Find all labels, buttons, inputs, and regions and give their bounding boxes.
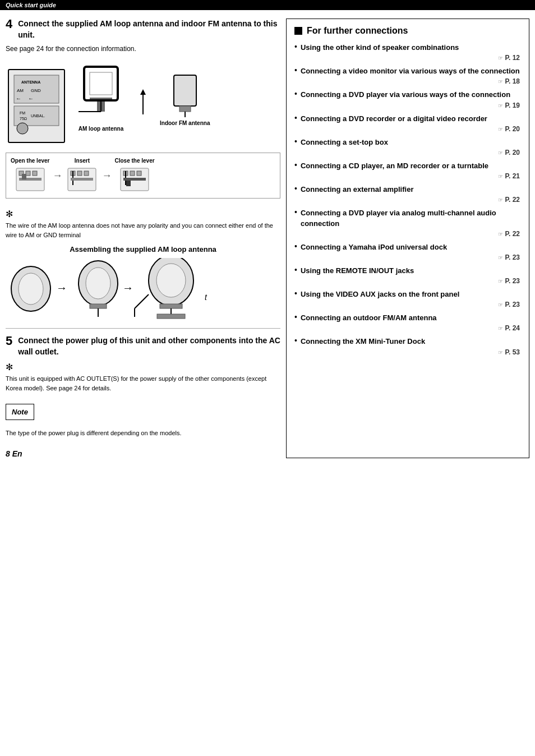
svg-rect-15: [90, 72, 112, 95]
page-ref[interactable]: ☞ P. 53: [294, 348, 521, 356]
page-ref[interactable]: ☞ P. 23: [294, 253, 521, 261]
connection-item-bullet: •Connecting a CD player, an MD recorder …: [294, 161, 521, 171]
assembling-title: Assembling the supplied AM loop antenna: [6, 245, 280, 253]
page-ref[interactable]: ☞ P. 19: [294, 102, 521, 109]
arrow-2: →: [102, 170, 112, 182]
svg-rect-26: [33, 171, 37, 176]
connection-item[interactable]: •Using the VIDEO AUX jacks on the front …: [294, 289, 521, 308]
svg-rect-47: [90, 304, 107, 308]
connection-item-text: Connecting a DVD recorder or a digital v…: [301, 114, 521, 124]
connection-item-text: Connecting a DVD player via various ways…: [301, 90, 521, 100]
bullet-icon: •: [294, 184, 297, 193]
bullet-icon: •: [294, 312, 297, 321]
connection-item[interactable]: •Connecting a Yamaha iPod universal dock…: [294, 242, 521, 261]
section-4-title: Connect the supplied AM loop antenna and…: [18, 19, 280, 40]
bullet-icon: •: [294, 336, 297, 345]
bullet-icon: •: [294, 289, 297, 298]
lever-step-close: Close the lever: [114, 158, 154, 193]
section-5-number: 5: [6, 334, 12, 348]
svg-point-11: [17, 123, 28, 134]
connection-item[interactable]: •Using the REMOTE IN/OUT jacks☞ P. 23: [294, 266, 521, 285]
page-ref[interactable]: ☞ P. 20: [294, 149, 521, 156]
connection-item-text: Connecting a set-top box: [301, 137, 521, 147]
connection-item[interactable]: •Connecting a video monitor via various …: [294, 66, 521, 85]
connection-item[interactable]: •Connecting a DVD player via analog mult…: [294, 208, 521, 237]
page-ref-icon: ☞: [498, 349, 503, 356]
connection-items-list: •Using the other kind of speaker combina…: [294, 43, 521, 356]
connection-item-text: Connecting a DVD player via analog multi…: [301, 208, 521, 228]
connection-item-text: Connecting a video monitor via various w…: [301, 66, 521, 76]
page-ref[interactable]: ☞ P. 20: [294, 125, 521, 133]
svg-rect-41: [126, 181, 131, 186]
page-ref[interactable]: ☞ P. 24: [294, 324, 521, 332]
bullet-icon: •: [294, 66, 297, 75]
note-box-label: Note: [12, 408, 28, 416]
svg-rect-52: [160, 304, 182, 308]
svg-rect-14: [84, 67, 118, 100]
svg-point-46: [86, 268, 110, 299]
page-ref[interactable]: ☞ P. 22: [294, 230, 521, 238]
svg-text:←: ←: [28, 95, 34, 102]
page-ref[interactable]: ☞ P. 23: [294, 277, 521, 285]
connection-item-text: Connecting the XM Mini-Tuner Dock: [301, 336, 521, 347]
svg-point-43: [19, 273, 43, 305]
page-ref[interactable]: ☞ P. 23: [294, 301, 521, 308]
bullet-icon: •: [294, 265, 297, 274]
svg-rect-25: [26, 171, 30, 176]
connection-item[interactable]: •Connecting a CD player, an MD recorder …: [294, 161, 521, 180]
page-ref[interactable]: ☞ P. 22: [294, 196, 521, 204]
section-5-header: 5 Connect the power plug of this unit an…: [6, 335, 280, 357]
section5-note-body: The type of the power plug is different …: [6, 428, 280, 438]
page-ref[interactable]: ☞ P. 12: [294, 54, 521, 62]
connection-item-bullet: •Using the VIDEO AUX jacks on the front …: [294, 289, 521, 299]
page-ref-icon: ☞: [498, 55, 503, 61]
svg-rect-21: [179, 106, 191, 112]
bullet-icon: •: [294, 42, 297, 51]
connection-item[interactable]: •Connecting a DVD recorder or a digital …: [294, 114, 521, 133]
bullet-icon: •: [294, 208, 297, 216]
page-ref[interactable]: ☞ P. 21: [294, 172, 521, 180]
black-square-icon: [294, 27, 302, 35]
assembly-diagram: → →: [6, 258, 280, 320]
svg-text:ANTENNA: ANTENNA: [21, 80, 40, 84]
page-ref-icon: ☞: [498, 255, 503, 261]
further-connections-title: For further connections: [294, 26, 521, 36]
section-5-title: Connect the power plug of this unit and …: [18, 335, 280, 357]
content-area: 4 Connect the supplied AM loop antenna a…: [0, 10, 535, 467]
lever-close-label: Close the lever: [114, 158, 154, 164]
connection-item[interactable]: •Connecting the XM Mini-Tuner Dock☞ P. 5…: [294, 336, 521, 356]
am-antenna-label: AM loop antenna: [79, 126, 124, 132]
connection-item-bullet: •Using the REMOTE IN/OUT jacks: [294, 266, 521, 276]
lever-step-insert: Insert: [65, 158, 99, 193]
svg-rect-38: [137, 171, 141, 176]
svg-rect-34: [71, 178, 93, 181]
connection-item[interactable]: •Using the other kind of speaker combina…: [294, 43, 521, 62]
lever-open-icon: [13, 165, 47, 193]
svg-text:→: →: [122, 282, 133, 294]
header-label: Quick start guide: [6, 2, 56, 8]
svg-rect-40: [123, 178, 146, 181]
connection-item-text: Using the REMOTE IN/OUT jacks: [301, 266, 521, 276]
note-symbol-1: ✻: [6, 209, 280, 219]
svg-marker-19: [140, 89, 146, 95]
svg-text:AM: AM: [17, 88, 24, 93]
svg-text:UNBAL.: UNBAL.: [31, 114, 45, 118]
svg-line-55: [135, 294, 149, 308]
svg-point-51: [156, 264, 186, 297]
page-ref-icon: ☞: [498, 302, 503, 308]
connection-item-bullet: •Connecting a DVD player via various way…: [294, 90, 521, 100]
connection-item[interactable]: •Connecting a DVD player via various way…: [294, 90, 521, 109]
page-ref[interactable]: ☞ P. 18: [294, 77, 521, 85]
bullet-icon: •: [294, 160, 297, 169]
assembly-svg: → →: [6, 258, 219, 320]
bullet-icon: •: [294, 242, 297, 251]
connection-item-bullet: •Connecting an outdoor FM/AM antenna: [294, 313, 521, 323]
connection-item-bullet: •Connecting a DVD player via analog mult…: [294, 208, 521, 228]
right-column: For further connections •Using the other…: [286, 19, 529, 458]
connection-item[interactable]: •Connecting an outdoor FM/AM antenna☞ P.…: [294, 313, 521, 332]
svg-text:→: →: [56, 282, 67, 294]
connection-item-bullet: •Using the other kind of speaker combina…: [294, 43, 521, 53]
svg-text:GND: GND: [31, 88, 41, 93]
connection-item[interactable]: •Connecting a set-top box☞ P. 20: [294, 137, 521, 156]
connection-item[interactable]: •Connecting an external amplifier☞ P. 22: [294, 185, 521, 204]
